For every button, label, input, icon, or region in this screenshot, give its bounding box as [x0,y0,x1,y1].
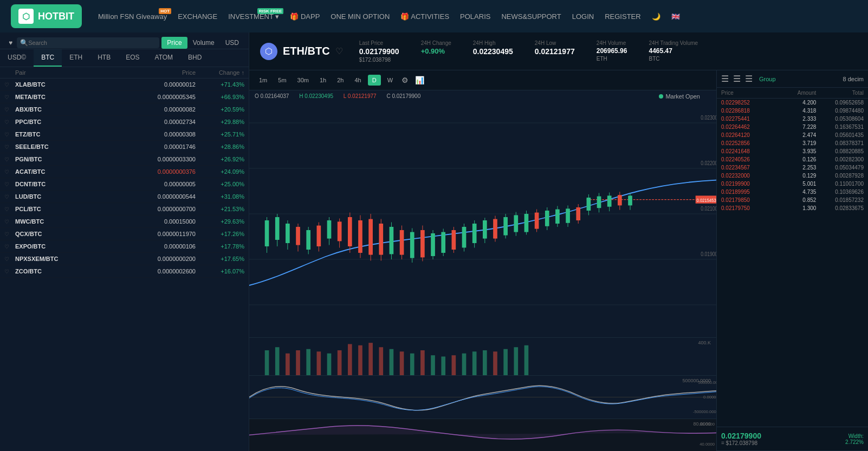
pair-row-acat[interactable]: ♡ ACAT/BTC 0.0000000376 +24.09% [0,166,249,178]
pair-row-lud[interactable]: ♡ LUD/BTC 0.0000000544 +31.08% [0,191,249,203]
search-input[interactable] [28,40,156,46]
pair-row-etz[interactable]: ♡ ETZ/BTC 0.00000308 +25.71% [0,128,249,141]
nav-activities[interactable]: 🎁 ACTIVITIES [400,12,449,21]
favorite-icon[interactable]: ♡ [4,132,15,138]
ob-view-icon-2[interactable]: ☰ [733,74,741,84]
currency-tab-htb[interactable]: HTB [90,49,118,67]
time-w[interactable]: W [383,75,397,86]
currency-tab-bhd[interactable]: BHD [180,49,209,67]
ob-row[interactable]: 0.02275441 2.333 0.05308604 [717,115,868,123]
col-price: Price [125,69,196,76]
time-2h[interactable]: 2h [333,75,348,86]
filter-tab-price[interactable]: Price [161,37,187,49]
nav-news[interactable]: NEWS&SUPPORT [501,12,561,21]
ob-decimals-label[interactable]: 8 decim [843,76,864,82]
pair-row-xlab[interactable]: ♡ XLAB/BTC 0.00000012 +71.43% [0,79,249,91]
pair-row-npxsxem[interactable]: ♡ NPXSXEM/BTC 0.0000000200 +17.65% [0,253,249,265]
col-change: Change ↑ [196,69,244,76]
ob-row[interactable]: 0.02241648 3.935 0.08820885 [717,147,868,155]
nav-exchange[interactable]: EXCHANGE [178,12,217,21]
pair-row-dcnt[interactable]: ♡ DCNT/BTC 0.00000005 +25.00% [0,178,249,191]
nav-news-label: NEWS&SUPPORT [501,12,561,21]
nav-polaris[interactable]: POLARIS [460,12,490,21]
pair-row-ppc[interactable]: ♡ PPC/BTC 0.00002734 +29.88% [0,116,249,128]
filter-tab-usd[interactable]: USD [220,37,244,49]
favorite-icon[interactable]: ♡ [4,181,15,187]
ob-ask-amount: 2.333 [769,116,817,122]
time-1h[interactable]: 1h [315,75,331,86]
chart-indicators-icon[interactable]: 📊 [413,74,426,87]
nav-register[interactable]: REGISTER [605,12,640,21]
favorite-icon[interactable]: ♡ [4,256,15,262]
nav-language[interactable]: 🇬🇧 [671,12,680,21]
pair-row-pgn[interactable]: ♡ PGN/BTC 0.0000003300 +26.92% [0,153,249,166]
ob-row[interactable]: 0.02264120 2.474 0.05601435 [717,131,868,139]
svg-rect-94 [368,343,373,375]
currency-tab-usd[interactable]: USD© [0,49,34,67]
pair-row-qcx[interactable]: ♡ QCX/BTC 0.0000011970 +17.26% [0,228,249,240]
favorite-icon[interactable]: ♡ [4,169,15,175]
favorite-icon[interactable]: ♡ [4,156,15,162]
currency-tab-btc[interactable]: BTC [34,49,62,67]
ob-row[interactable]: 0.02179750 1.300 0.02833675 [717,204,868,212]
favorite-icon[interactable]: ♡ [4,219,15,225]
ob-row[interactable]: 0.02252856 3.719 0.08378371 [717,139,868,147]
stat-24h-volume: 24H Volume 206965.96 ETH [597,40,627,62]
currency-tab-eth[interactable]: ETH [62,49,90,67]
currency-tab-atom[interactable]: ATOM [147,49,181,67]
ob-row[interactable]: 0.02189995 4.735 0.10369626 [717,188,868,196]
time-4h[interactable]: 4h [350,75,365,86]
pair-row-zco[interactable]: ♡ ZCO/BTC 0.0000002600 +16.07% [0,265,249,278]
favorite-icon[interactable]: ♡ [4,194,15,200]
favorite-icon[interactable]: ♡ [4,269,15,274]
favorite-icon[interactable]: ♡ [4,94,15,100]
nav-investment[interactable]: INVESTMENT ▾ RISK FREE [228,12,279,21]
ob-row[interactable]: 0.02298252 4.200 0.09652658 [717,99,868,107]
pair-row-abx[interactable]: ♡ ABX/BTC 0.00000082 +20.59% [0,103,249,116]
currency-tab-eos[interactable]: EOS [118,49,147,67]
favorite-filter-icon[interactable]: ♥ [4,37,17,49]
time-30m[interactable]: 30m [293,75,313,86]
ob-row[interactable]: 0.02232000 0.129 0.00287928 [717,172,868,180]
ob-row[interactable]: 0.02286818 4.318 0.09874480 [717,107,868,115]
nav-login[interactable]: LOGIN [572,12,594,21]
pair-row-seele[interactable]: ♡ SEELE/BTC 0.00001746 +28.86% [0,141,249,153]
chart-settings-icon[interactable]: ⚙ [399,74,411,87]
ob-row[interactable]: 0.02234567 2.253 0.05034479 [717,164,868,172]
favorite-icon[interactable]: ♡ [4,107,15,113]
stat-24h-change: 24H Change +0.90% [421,40,451,55]
ob-row[interactable]: 0.02264462 7.228 0.16367531 [717,123,868,131]
ob-view-icon-1[interactable]: ☰ [721,74,729,84]
filter-tab-volume[interactable]: Volume [187,37,220,49]
logo[interactable]: HOTBIT [11,4,82,28]
ob-row[interactable]: 0.02199900 5.001 0.11001700 [717,180,868,188]
volume-subchart: 400.K [249,337,716,375]
nav-dapp[interactable]: 🎁 DAPP [290,12,320,21]
nav-fsn[interactable]: Million FSN Giveaway HOT [98,12,167,21]
market-status: Market Open [659,93,700,100]
pair-row-pcl[interactable]: ♡ PCL/BTC 0.0000000700 +21.53% [0,203,249,215]
ob-row[interactable]: 0.02240526 0.126 0.00282300 [717,155,868,164]
nav-option[interactable]: ONE MIN OPTION [331,12,390,21]
time-5m[interactable]: 5m [274,75,290,86]
pair-row-mwc[interactable]: ♡ MWC/BTC 0.00015000 +29.63% [0,215,249,228]
ob-view-icon-3[interactable]: ☰ [745,74,753,84]
svg-rect-98 [410,354,414,375]
favorite-pair-icon[interactable]: ♡ [335,46,343,56]
time-d[interactable]: D [368,75,381,86]
favorite-icon[interactable]: ♡ [4,231,15,237]
favorite-icon[interactable]: ♡ [4,244,15,250]
pair-change: +17.26% [196,231,244,237]
favorite-icon[interactable]: ♡ [4,119,15,125]
nav-dark-mode[interactable]: 🌙 [652,12,660,21]
time-1m[interactable]: 1m [255,75,271,86]
pair-row-expo[interactable]: ♡ EXPO/BTC 0.00000106 +17.78% [0,240,249,253]
pair-row-meta[interactable]: ♡ META/BTC 0.0000005345 +66.93% [0,91,249,103]
favorite-icon[interactable]: ♡ [4,206,15,212]
ob-ask-price: 0.02189995 [721,189,769,195]
ob-row[interactable]: 0.02179850 0.852 0.01857232 [717,196,868,204]
ob-group-label[interactable]: Group [759,76,776,82]
favorite-icon[interactable]: ♡ [4,82,15,88]
search-box[interactable]: 🔍 [17,37,159,48]
favorite-icon[interactable]: ♡ [4,144,15,150]
